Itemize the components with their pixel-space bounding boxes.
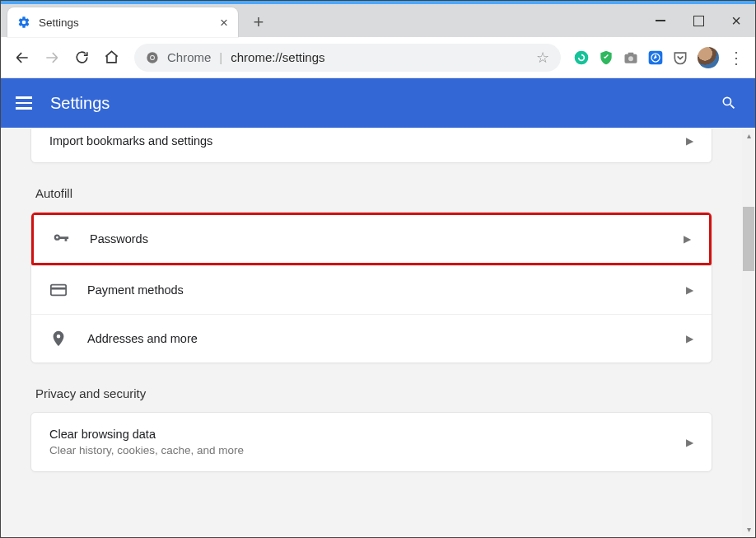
arrow-right-icon [44, 49, 60, 66]
row-payment-methods[interactable]: Payment methods ▶ [31, 265, 712, 314]
tab-strip: Settings × + × [1, 4, 755, 37]
ext-pocket-icon[interactable] [670, 47, 691, 68]
row-sublabel: Clear history, cookies, cache, and more [49, 444, 666, 456]
pin-icon [49, 330, 68, 348]
bookmark-star-icon[interactable]: ☆ [536, 49, 549, 67]
home-icon [104, 49, 119, 65]
row-clear-browsing-data[interactable]: Clear browsing data Clear history, cooki… [31, 413, 712, 471]
scroll-up-icon[interactable]: ▴ [744, 131, 754, 141]
key-icon [52, 230, 70, 248]
hamburger-menu-icon[interactable] [16, 91, 39, 115]
profile-avatar[interactable] [698, 47, 719, 68]
kebab-menu-icon[interactable]: ⋮ [726, 47, 747, 68]
chevron-right-icon: ▶ [684, 233, 691, 245]
scrollbar-thumb[interactable] [743, 207, 754, 271]
close-tab-icon[interactable]: × [220, 16, 228, 30]
svg-point-2 [151, 56, 154, 59]
row-label: Clear browsing data [49, 428, 666, 441]
gear-icon [17, 16, 30, 29]
reload-icon [74, 49, 90, 65]
section-title-autofill: Autofill [35, 186, 707, 200]
forward-button [39, 44, 65, 71]
home-button[interactable] [98, 44, 124, 71]
maximize-button[interactable] [679, 4, 717, 37]
arrow-left-icon [14, 49, 30, 66]
chrome-icon [146, 51, 159, 64]
ext-shield-icon[interactable] [595, 47, 617, 68]
omnibox[interactable]: Chrome | chrome://settings ☆ [134, 44, 561, 72]
svg-point-3 [575, 50, 589, 64]
settings-title: Settings [50, 94, 110, 113]
row-label-group: Clear browsing data Clear history, cooki… [49, 428, 666, 456]
card-autofill: Passwords ▶ Payment methods ▶ Addresses … [30, 212, 712, 363]
settings-viewport: ▴ ▾ Import bookmarks and settings ▶ Auto… [1, 129, 755, 537]
svg-rect-6 [628, 52, 634, 54]
card-icon [49, 281, 68, 299]
chevron-right-icon: ▶ [686, 437, 693, 448]
row-label: Payment methods [87, 283, 666, 297]
row-addresses[interactable]: Addresses and more ▶ [31, 314, 712, 363]
row-import-bookmarks[interactable]: Import bookmarks and settings ▶ [31, 129, 712, 162]
search-icon [721, 95, 737, 111]
back-button[interactable] [9, 44, 35, 71]
chevron-right-icon: ▶ [686, 333, 693, 344]
tab-title: Settings [39, 16, 212, 29]
search-button[interactable] [717, 91, 740, 115]
omnibox-prefix: Chrome [167, 50, 211, 64]
reload-button[interactable] [68, 44, 95, 71]
scrollbar-track[interactable]: ▴ ▾ [742, 129, 755, 537]
chevron-right-icon: ▶ [686, 284, 693, 296]
row-label: Addresses and more [87, 332, 666, 345]
window-controls: × [642, 4, 755, 37]
minimize-button[interactable] [642, 4, 679, 37]
close-window-button[interactable]: × [717, 4, 755, 37]
row-passwords[interactable]: Passwords ▶ [31, 213, 712, 265]
ext-grammarly-icon[interactable] [571, 47, 592, 68]
card-import: Import bookmarks and settings ▶ [30, 129, 712, 163]
scroll-down-icon[interactable]: ▾ [744, 525, 754, 535]
omnibox-url: chrome://settings [231, 50, 528, 64]
chevron-right-icon: ▶ [686, 135, 693, 147]
ext-camera-icon[interactable] [620, 47, 642, 68]
settings-content: Import bookmarks and settings ▶ Autofill… [1, 129, 742, 528]
svg-rect-10 [51, 288, 66, 290]
browser-tab[interactable]: Settings × [7, 7, 238, 37]
settings-header: Settings [1, 78, 755, 128]
card-privacy: Clear browsing data Clear history, cooki… [30, 412, 712, 472]
section-title-privacy: Privacy and security [35, 386, 707, 400]
svg-point-5 [628, 56, 633, 61]
svg-rect-9 [51, 285, 66, 296]
ext-compass-icon[interactable] [645, 47, 666, 68]
browser-toolbar: Chrome | chrome://settings ☆ ⋮ [1, 37, 755, 78]
new-tab-button[interactable]: + [246, 10, 271, 35]
row-label: Import bookmarks and settings [49, 134, 666, 147]
row-label: Passwords [90, 232, 664, 246]
omnibox-sep: | [219, 50, 222, 64]
